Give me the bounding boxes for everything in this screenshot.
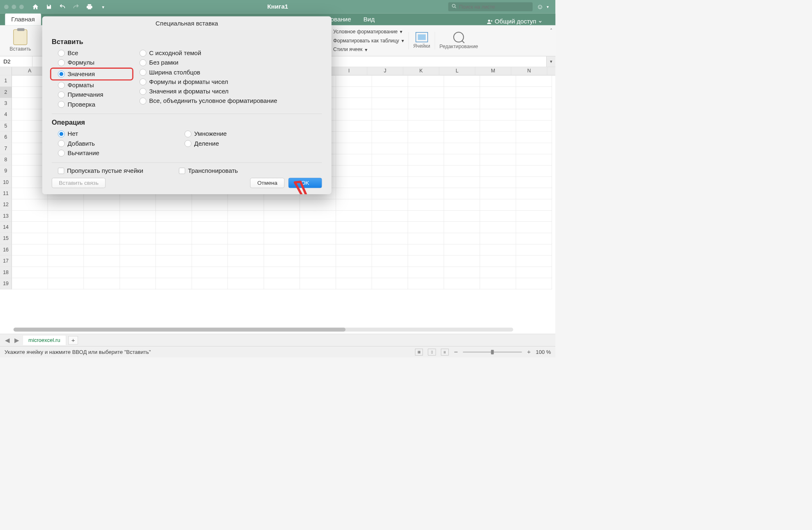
cell[interactable]: [48, 278, 84, 289]
cell[interactable]: [408, 244, 444, 256]
cell[interactable]: [264, 267, 300, 278]
cell[interactable]: [408, 256, 444, 267]
horizontal-scrollbar[interactable]: [14, 328, 513, 332]
cell[interactable]: [408, 98, 444, 109]
cell[interactable]: [12, 256, 48, 267]
cell[interactable]: [48, 256, 84, 267]
cell[interactable]: [336, 121, 372, 132]
cell[interactable]: [408, 233, 444, 244]
row-header[interactable]: 18: [0, 267, 12, 278]
cell[interactable]: [156, 244, 192, 256]
cell[interactable]: [480, 121, 516, 132]
paste-icon[interactable]: [13, 29, 27, 45]
cell[interactable]: [228, 222, 264, 233]
cell[interactable]: [336, 165, 372, 177]
cell[interactable]: [372, 87, 408, 98]
cell[interactable]: [264, 256, 300, 267]
cell[interactable]: [156, 278, 192, 289]
checkbox-skip-blanks[interactable]: Пропускать пустые ячейки: [58, 167, 179, 174]
cell[interactable]: [480, 222, 516, 233]
cell[interactable]: [156, 199, 192, 210]
cell[interactable]: [48, 233, 84, 244]
row-header[interactable]: 4: [0, 109, 12, 120]
col-header[interactable]: M: [475, 67, 511, 75]
cell[interactable]: [300, 199, 336, 210]
cell[interactable]: [300, 222, 336, 233]
row-header[interactable]: 11: [0, 188, 12, 199]
cell[interactable]: [372, 188, 408, 199]
cell[interactable]: [444, 154, 480, 165]
cell[interactable]: [444, 222, 480, 233]
cell[interactable]: [408, 211, 444, 222]
cell[interactable]: [444, 211, 480, 222]
cell[interactable]: [516, 132, 552, 143]
cell[interactable]: [120, 256, 156, 267]
minimize-window-icon[interactable]: [12, 5, 16, 9]
name-box[interactable]: D2: [0, 56, 32, 67]
cell[interactable]: [120, 244, 156, 256]
cell[interactable]: [408, 132, 444, 143]
sheet-tab[interactable]: microexcel.ru: [23, 335, 66, 345]
row-header[interactable]: 13: [0, 211, 12, 222]
col-header[interactable]: I: [331, 67, 367, 75]
row-header[interactable]: 10: [0, 177, 12, 188]
zoom-out-button[interactable]: −: [454, 348, 458, 356]
cell[interactable]: [408, 154, 444, 165]
cell[interactable]: [480, 244, 516, 256]
row-header[interactable]: 16: [0, 244, 12, 256]
cell[interactable]: [264, 199, 300, 210]
cell[interactable]: [48, 211, 84, 222]
cell[interactable]: [84, 222, 120, 233]
row-header[interactable]: 9: [0, 165, 12, 177]
cell[interactable]: [480, 188, 516, 199]
zoom-in-button[interactable]: +: [527, 348, 531, 356]
cell[interactable]: [408, 199, 444, 210]
cell[interactable]: [228, 199, 264, 210]
cell[interactable]: [336, 132, 372, 143]
cell[interactable]: [336, 256, 372, 267]
cell[interactable]: [192, 256, 228, 267]
cell[interactable]: [444, 278, 480, 289]
cell[interactable]: [12, 222, 48, 233]
radio-op-divide[interactable]: Деление: [179, 139, 322, 148]
cell[interactable]: [516, 87, 552, 98]
radio-formulas[interactable]: Формулы: [52, 58, 133, 67]
select-all-corner[interactable]: [0, 67, 12, 75]
cell[interactable]: [336, 87, 372, 98]
cell[interactable]: [516, 244, 552, 256]
cell[interactable]: [480, 199, 516, 210]
cell[interactable]: [12, 278, 48, 289]
cell[interactable]: [444, 132, 480, 143]
col-header[interactable]: K: [403, 67, 439, 75]
cell[interactable]: [228, 256, 264, 267]
ribbon-collapse-icon[interactable]: ˄: [550, 28, 552, 34]
row-header[interactable]: 19: [0, 278, 12, 289]
close-window-icon[interactable]: [4, 5, 9, 9]
cell[interactable]: [516, 188, 552, 199]
zoom-window-icon[interactable]: [19, 5, 24, 9]
cell[interactable]: [84, 256, 120, 267]
radio-all[interactable]: Все: [52, 49, 133, 58]
view-page-layout-icon[interactable]: ▯: [428, 349, 436, 355]
cell[interactable]: [228, 211, 264, 222]
cell[interactable]: [228, 244, 264, 256]
cell[interactable]: [372, 154, 408, 165]
cell[interactable]: [408, 75, 444, 86]
cell[interactable]: [120, 222, 156, 233]
cell[interactable]: [372, 75, 408, 86]
cell[interactable]: [372, 132, 408, 143]
zoom-thumb[interactable]: [491, 350, 494, 354]
cell[interactable]: [300, 256, 336, 267]
cell[interactable]: [264, 222, 300, 233]
radio-source-theme[interactable]: С исходной темой: [133, 49, 322, 58]
cell[interactable]: [516, 98, 552, 109]
cell[interactable]: [120, 211, 156, 222]
cell[interactable]: [264, 211, 300, 222]
tab-home[interactable]: Главная: [5, 14, 41, 26]
cell[interactable]: [228, 267, 264, 278]
cell[interactable]: [300, 244, 336, 256]
cell[interactable]: [516, 222, 552, 233]
cell[interactable]: [48, 199, 84, 210]
cell[interactable]: [84, 211, 120, 222]
radio-op-multiply[interactable]: Умножение: [179, 129, 322, 139]
